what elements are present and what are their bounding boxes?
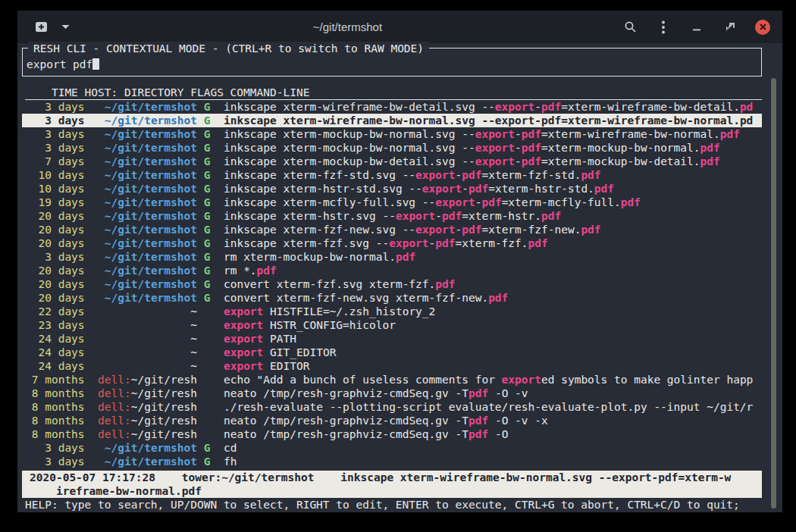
terminal-window: ~/git/termshot RESH CLI - CONTEXTUAL MOD… — [17, 11, 782, 512]
history-row[interactable]: 8 months dell:~/git/resh neato /tmp/resh… — [22, 427, 762, 441]
new-tab-icon[interactable] — [33, 19, 49, 36]
history-row[interactable]: 3 days ~/git/termshot G fh — [22, 455, 762, 468]
history-row[interactable]: 3 days ~/git/termshot G inkscape xterm-m… — [22, 141, 762, 155]
restore-icon[interactable] — [722, 19, 738, 36]
text-cursor — [92, 58, 99, 70]
search-box[interactable]: RESH CLI - CONTEXTUAL MODE - (CTRL+R to … — [22, 48, 762, 77]
history-row[interactable]: 23 days ~ export HSTR_CONFIG=hicolor — [22, 318, 762, 332]
history-row[interactable]: 7 days ~/git/termshot G inkscape xterm-m… — [22, 155, 762, 168]
history-row[interactable]: 20 days ~/git/termshot G rm *.pdf — [22, 264, 762, 277]
search-input[interactable]: export pdf — [27, 58, 761, 71]
history-row[interactable]: 3 days ~/git/termshot G inkscape xterm-m… — [22, 127, 762, 141]
history-row[interactable]: 3 days ~/git/termshot G rm xterm-mockup-… — [22, 250, 762, 264]
desktop-background: { "colors": { "bg": "#282c36", "titlebar… — [0, 0, 796, 532]
minimize-icon[interactable] — [688, 19, 705, 36]
search-query-text: export pdf — [27, 58, 92, 70]
titlebar[interactable]: ~/git/termshot — [17, 11, 782, 43]
history-row[interactable]: 24 days ~ export PATH — [22, 332, 762, 346]
history-rows: 3 days ~/git/termshot G inkscape xterm-w… — [22, 100, 762, 468]
status-line-2: ireframe-bw-normal.pdf — [22, 484, 762, 498]
history-row[interactable]: 8 months dell:~/git/resh neato /tmp/resh… — [22, 414, 762, 427]
chevron-down-icon[interactable] — [57, 19, 74, 36]
status-line-1: 2020-05-07 17:17:28 tower:~/git/termshot… — [22, 471, 762, 484]
history-row[interactable]: 10 days ~/git/termshot G inkscape xterm-… — [22, 182, 762, 196]
history-row[interactable]: 10 days ~/git/termshot G inkscape xterm-… — [22, 168, 762, 182]
history-row[interactable]: 20 days ~/git/termshot G convert xterm-f… — [22, 277, 762, 291]
history-row[interactable]: 22 days ~ export HISTFILE=~/.zsh_history… — [22, 305, 762, 318]
history-row[interactable]: 8 months dell:~/git/resh neato /tmp/resh… — [22, 386, 762, 400]
history-row[interactable]: 3 days ~/git/termshot G cd — [22, 441, 762, 455]
status-bar: 2020-05-07 17:17:28 tower:~/git/termshot… — [22, 471, 762, 498]
history-row[interactable]: 19 days ~/git/termshot G inkscape xterm-… — [22, 196, 762, 209]
history-row-selected[interactable]: 3 days ~/git/termshot G inkscape xterm-w… — [22, 114, 762, 127]
help-line: HELP: type to search, UP/DOWN to select,… — [22, 498, 762, 512]
history-row[interactable]: 20 days ~/git/termshot G inkscape xterm-… — [22, 236, 762, 250]
close-icon[interactable] — [755, 20, 770, 35]
kebab-menu-icon[interactable] — [655, 19, 672, 36]
history-row[interactable]: 24 days ~ export GIT_EDITOR — [22, 346, 762, 359]
scrollbar-thumb[interactable] — [771, 78, 776, 509]
history-row[interactable]: 20 days ~/git/termshot G inkscape xterm-… — [22, 223, 762, 236]
search-icon[interactable] — [622, 19, 638, 36]
history-row[interactable]: 20 days ~/git/termshot G inkscape xterm-… — [22, 209, 762, 223]
history-row[interactable]: 7 months dell:~/git/resh echo "Add a bun… — [22, 373, 762, 386]
history-row[interactable]: 3 days ~/git/termshot G inkscape xterm-w… — [22, 100, 762, 114]
window-title: ~/git/termshot — [74, 20, 622, 33]
history-row[interactable]: 24 days ~ export EDITOR — [22, 359, 762, 373]
search-box-title: RESH CLI - CONTEXTUAL MODE - (CTRL+R to … — [28, 42, 429, 55]
terminal-content: RESH CLI - CONTEXTUAL MODE - (CTRL+R to … — [17, 43, 782, 512]
table-header: TIME HOST: DIRECTORY FLAGS COMMAND-LINE — [25, 86, 762, 100]
history-row[interactable]: 20 days ~/git/termshot G convert xterm-f… — [22, 291, 762, 305]
history-row[interactable]: 8 months dell:~/git/resh ./resh-evaluate… — [22, 400, 762, 414]
